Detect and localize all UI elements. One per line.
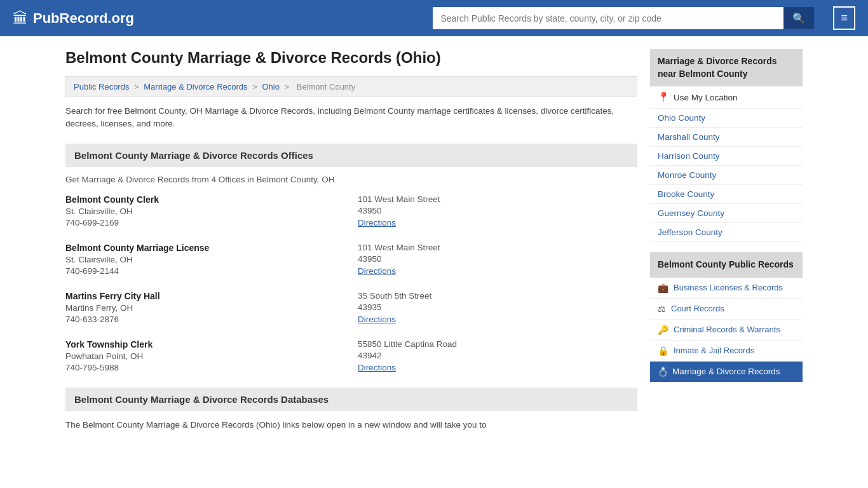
use-my-location-item[interactable]: 📍 Use My Location xyxy=(650,86,803,109)
office-phone: 740-699-2169 xyxy=(65,218,345,227)
office-city: St. Clairsville, OH xyxy=(65,207,345,216)
office-right: 101 West Main Street 43950 Directions xyxy=(358,194,637,227)
breadcrumb-link-marriage-records[interactable]: Marriage & Divorce Records xyxy=(144,82,247,92)
sidebar-county-item[interactable]: Jefferson County xyxy=(650,223,803,242)
sidebar-county-item[interactable]: Marshall County xyxy=(650,128,803,147)
directions-link[interactable]: Directions xyxy=(358,218,396,227)
office-left: Martins Ferry City Hall Martins Ferry, O… xyxy=(65,291,345,324)
office-street: 101 West Main Street xyxy=(358,194,637,204)
office-name: Belmont County Marriage License xyxy=(65,243,345,253)
sidebar-county-item[interactable]: Brooke County xyxy=(650,185,803,204)
office-street: 35 South 5th Street xyxy=(358,291,637,301)
sidebar-county-item[interactable]: Ohio County xyxy=(650,109,803,128)
office-zip: 43942 xyxy=(358,351,637,360)
public-records-icon: 💼 xyxy=(658,283,668,293)
databases-section-header: Belmont County Marriage & Divorce Record… xyxy=(65,388,637,411)
logo-link[interactable]: 🏛 PubRecord.org xyxy=(13,10,134,27)
public-records-icon: ⚖ xyxy=(658,304,666,314)
logo-text: PubRecord.org xyxy=(33,10,134,27)
office-right: 55850 Little Captina Road 43942 Directio… xyxy=(358,339,637,372)
office-city: Powhatan Point, OH xyxy=(65,351,345,361)
office-street: 101 West Main Street xyxy=(358,243,637,252)
sidebar: Marriage & Divorce Records near Belmont … xyxy=(650,49,803,431)
sidebar-public-records-section: Belmont County Public Records 💼 Business… xyxy=(650,252,803,383)
sidebar-nearby-header: Marriage & Divorce Records near Belmont … xyxy=(650,49,803,86)
nearby-counties-list: Ohio CountyMarshall CountyHarrison Count… xyxy=(650,109,803,242)
office-entry: Belmont County Marriage License St. Clai… xyxy=(65,243,637,276)
sidebar-public-records-item[interactable]: 🔒 Inmate & Jail Records xyxy=(650,341,803,362)
office-left: York Township Clerk Powhatan Point, OH 7… xyxy=(65,339,345,372)
page-title: Belmont County Marriage & Divorce Record… xyxy=(65,49,637,67)
menu-button[interactable]: ≡ xyxy=(833,6,855,30)
use-my-location-label: Use My Location xyxy=(674,93,738,102)
directions-link[interactable]: Directions xyxy=(358,363,396,372)
public-records-label: Marriage & Divorce Records xyxy=(672,367,780,376)
public-records-icon: 🔑 xyxy=(658,325,668,335)
public-records-label: Court Records xyxy=(671,304,724,313)
public-records-list: 💼 Business Licenses & Records ⚖ Court Re… xyxy=(650,278,803,383)
sidebar-county-item[interactable]: Monroe County xyxy=(650,166,803,185)
public-records-label: Criminal Records & Warrants xyxy=(674,325,780,334)
offices-section-header: Belmont County Marriage & Divorce Record… xyxy=(65,144,637,167)
location-icon: 📍 xyxy=(658,92,670,103)
directions-link[interactable]: Directions xyxy=(358,315,396,324)
sidebar-public-records-header: Belmont County Public Records xyxy=(650,252,803,278)
office-name: York Township Clerk xyxy=(65,339,345,349)
breadcrumb-separator-2: > xyxy=(252,82,259,92)
content-area: Belmont County Marriage & Divorce Record… xyxy=(65,49,637,431)
office-phone: 740-795-5988 xyxy=(65,363,345,372)
office-row: Belmont County Clerk St. Clairsville, OH… xyxy=(65,194,637,227)
office-zip: 43950 xyxy=(358,254,637,264)
public-records-label: Inmate & Jail Records xyxy=(674,346,754,355)
office-city: Martins Ferry, OH xyxy=(65,303,345,313)
offices-container: Belmont County Clerk St. Clairsville, OH… xyxy=(65,194,637,372)
office-phone: 740-699-2144 xyxy=(65,266,345,276)
sidebar-nearby-section: Marriage & Divorce Records near Belmont … xyxy=(650,49,803,242)
office-row: Belmont County Marriage License St. Clai… xyxy=(65,243,637,276)
public-records-icon: 🔒 xyxy=(658,346,668,356)
main-container: Belmont County Marriage & Divorce Record… xyxy=(53,36,815,444)
search-input[interactable] xyxy=(433,7,783,29)
office-entry: Martins Ferry City Hall Martins Ferry, O… xyxy=(65,291,637,324)
office-phone: 740-633-2876 xyxy=(65,315,345,324)
office-street: 55850 Little Captina Road xyxy=(358,339,637,349)
databases-text: The Belmont County Marriage & Divorce Re… xyxy=(65,419,637,431)
sidebar-public-records-item[interactable]: ⚖ Court Records xyxy=(650,299,803,320)
breadcrumb-current: Belmont County xyxy=(297,82,356,92)
office-left: Belmont County Clerk St. Clairsville, OH… xyxy=(65,194,345,227)
breadcrumb-link-ohio[interactable]: Ohio xyxy=(262,82,279,92)
breadcrumb-link-public-records[interactable]: Public Records xyxy=(74,82,129,92)
office-left: Belmont County Marriage License St. Clai… xyxy=(65,243,345,276)
directions-link[interactable]: Directions xyxy=(358,266,396,276)
office-row: Martins Ferry City Hall Martins Ferry, O… xyxy=(65,291,637,324)
breadcrumb: Public Records > Marriage & Divorce Reco… xyxy=(65,76,637,97)
office-zip: 43950 xyxy=(358,206,637,215)
office-city: St. Clairsville, OH xyxy=(65,255,345,264)
public-records-label: Business Licenses & Records xyxy=(674,283,783,292)
search-area: 🔍 xyxy=(433,7,814,29)
office-name: Martins Ferry City Hall xyxy=(65,291,345,301)
sidebar-county-item[interactable]: Harrison County xyxy=(650,147,803,166)
breadcrumb-separator-3: > xyxy=(285,82,292,92)
intro-text: Search for free Belmont County, OH Marri… xyxy=(65,105,637,131)
office-right: 35 South 5th Street 43935 Directions xyxy=(358,291,637,324)
sidebar-public-records-item[interactable]: 💍 Marriage & Divorce Records xyxy=(650,362,803,383)
sidebar-county-item[interactable]: Guernsey County xyxy=(650,204,803,223)
office-zip: 43935 xyxy=(358,302,637,312)
office-name: Belmont County Clerk xyxy=(65,194,345,205)
public-records-icon: 💍 xyxy=(658,367,668,377)
sidebar-public-records-item[interactable]: 💼 Business Licenses & Records xyxy=(650,278,803,299)
breadcrumb-separator-1: > xyxy=(134,82,141,92)
sidebar-public-records-item[interactable]: 🔑 Criminal Records & Warrants xyxy=(650,320,803,341)
office-right: 101 West Main Street 43950 Directions xyxy=(358,243,637,276)
site-header: 🏛 PubRecord.org 🔍 ≡ xyxy=(0,0,868,36)
databases-section: Belmont County Marriage & Divorce Record… xyxy=(65,388,637,431)
offices-subtext: Get Marriage & Divorce Records from 4 Of… xyxy=(65,175,637,184)
office-entry: York Township Clerk Powhatan Point, OH 7… xyxy=(65,339,637,372)
office-row: York Township Clerk Powhatan Point, OH 7… xyxy=(65,339,637,372)
search-button[interactable]: 🔍 xyxy=(783,7,814,29)
office-entry: Belmont County Clerk St. Clairsville, OH… xyxy=(65,194,637,227)
logo-icon: 🏛 xyxy=(13,10,28,27)
